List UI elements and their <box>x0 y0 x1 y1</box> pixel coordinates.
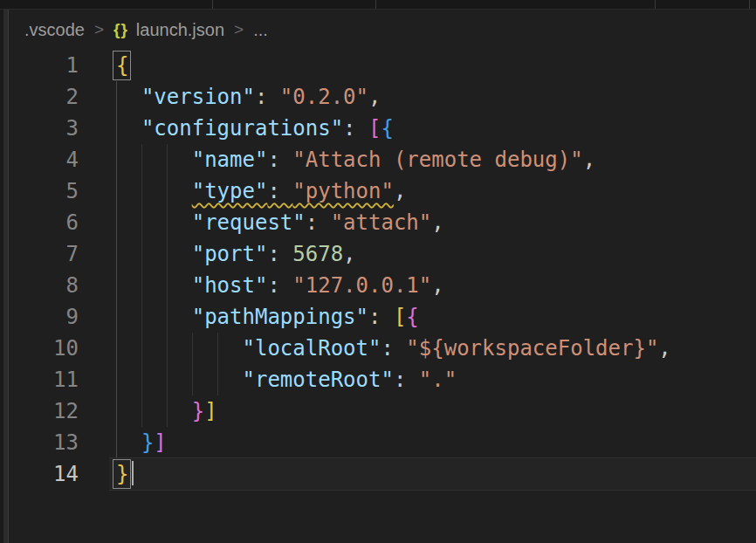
breadcrumb-symbol-path[interactable]: ... <box>253 20 268 40</box>
line-number[interactable]: 6 <box>9 207 79 238</box>
indent-guide <box>116 427 117 458</box>
code-line-content[interactable]: "remoteRoot": "." <box>109 364 756 395</box>
code-line-content[interactable]: "type": "python", <box>109 175 756 207</box>
code-line-content[interactable]: { <box>109 50 756 81</box>
token: : <box>267 148 292 172</box>
chevron-right-icon: > <box>234 20 244 39</box>
tab-separator <box>212 0 213 9</box>
token: { <box>381 116 393 141</box>
code-line[interactable]: 2 "version": "0.2.0", <box>9 81 756 113</box>
code-line-content[interactable]: }] <box>109 427 756 458</box>
code-line[interactable]: 7 "port": 5678, <box>9 238 756 270</box>
line-number[interactable]: 4 <box>9 144 79 175</box>
line-number[interactable]: 10 <box>9 333 79 364</box>
line-number[interactable]: 7 <box>9 238 79 270</box>
line-number[interactable]: 2 <box>9 81 79 113</box>
code-line[interactable]: 10 "localRoot": "${workspaceFolder}", <box>9 333 756 364</box>
indent-guide <box>116 81 117 113</box>
token: : <box>368 305 394 329</box>
indent-guide <box>167 175 168 207</box>
code-line-content[interactable]: "host": "127.0.0.1", <box>109 270 756 301</box>
code-line[interactable]: 11 "remoteRoot": "." <box>9 364 756 395</box>
token: : <box>394 368 419 392</box>
json-file-icon: {} <box>113 20 128 39</box>
token: "0.2.0" <box>280 85 368 109</box>
code-line-content[interactable]: "configurations": [{ <box>109 113 756 144</box>
token: [ <box>394 305 406 329</box>
code-line[interactable]: 1{ <box>9 50 756 81</box>
line-number[interactable]: 11 <box>9 364 79 395</box>
code-line[interactable]: 13 }] <box>9 427 756 458</box>
indent-guide <box>167 270 168 301</box>
token: "type" <box>192 179 268 203</box>
token: "python" <box>292 179 394 203</box>
token: } <box>192 399 204 423</box>
token: "Attach (remote debug)" <box>292 148 582 172</box>
token <box>116 399 192 423</box>
token <box>116 242 192 266</box>
code-line[interactable]: 4 "name": "Attach (remote debug)", <box>9 144 756 175</box>
token <box>116 179 192 203</box>
line-number[interactable]: 3 <box>9 113 79 144</box>
token: , <box>368 85 381 109</box>
code-line[interactable]: 14} <box>9 458 756 490</box>
token: ] <box>204 399 216 423</box>
line-number[interactable]: 13 <box>9 427 79 458</box>
line-number[interactable]: 12 <box>9 395 79 427</box>
indent-guide <box>167 333 168 364</box>
indent-guide <box>167 301 168 333</box>
token: "127.0.0.1" <box>292 273 431 298</box>
warning-squiggle-span: "type": "python" <box>192 179 394 203</box>
breadcrumb: .vscode > {} launch.json > ... <box>0 10 756 50</box>
token <box>116 305 192 329</box>
code-line-content[interactable]: } <box>109 458 756 490</box>
code-line[interactable]: 5 "type": "python", <box>9 175 756 207</box>
tab-bar-edge <box>0 0 756 10</box>
token <box>116 430 141 455</box>
indent-guide <box>116 144 117 175</box>
indent-guide <box>116 364 117 395</box>
token: "version" <box>141 85 255 109</box>
code-line[interactable]: 8 "host": "127.0.0.1", <box>9 270 756 301</box>
indent-guide <box>141 301 142 333</box>
matched-bracket: } <box>116 458 128 490</box>
token: , <box>583 148 595 172</box>
token: , <box>431 210 443 235</box>
token: "name" <box>192 148 268 172</box>
token: , <box>343 242 355 266</box>
line-number[interactable]: 14 <box>9 458 79 490</box>
indent-guide <box>141 238 142 270</box>
token: : <box>255 85 280 109</box>
code-editor[interactable]: 1{2 "version": "0.2.0",3 "configurations… <box>9 50 756 490</box>
breadcrumb-folder-vscode[interactable]: .vscode <box>24 20 85 40</box>
code-line[interactable]: 9 "pathMappings": [{ <box>9 301 756 333</box>
line-number[interactable]: 5 <box>9 175 79 207</box>
code-line[interactable]: 3 "configurations": [{ <box>9 113 756 144</box>
indent-guide <box>116 113 117 144</box>
code-line[interactable]: 6 "request": "attach", <box>9 207 756 238</box>
breadcrumb-file-launch-json[interactable]: launch.json <box>136 20 224 40</box>
vscode-editor-window: .vscode > {} launch.json > ... 1{2 "vers… <box>0 0 756 543</box>
indent-guide <box>192 364 193 395</box>
line-number[interactable]: 9 <box>9 301 79 333</box>
code-line-content[interactable]: "version": "0.2.0", <box>109 81 756 113</box>
line-number[interactable]: 1 <box>9 50 79 81</box>
code-line-content[interactable]: }] <box>109 395 756 427</box>
token: , <box>431 273 443 298</box>
code-line[interactable]: 12 }] <box>9 395 756 427</box>
line-number[interactable]: 8 <box>9 270 79 301</box>
code-line-content[interactable]: "pathMappings": [{ <box>109 301 756 333</box>
code-line-content[interactable]: "request": "attach", <box>109 207 756 238</box>
tab-separator <box>655 0 656 9</box>
indent-guide <box>167 207 168 238</box>
token: "pathMappings" <box>192 305 368 329</box>
indent-guide <box>141 364 142 395</box>
code-line-content[interactable]: "port": 5678, <box>109 238 756 270</box>
indent-guide <box>141 333 142 364</box>
token: : <box>267 179 292 203</box>
code-line-content[interactable]: "localRoot": "${workspaceFolder}", <box>109 333 756 364</box>
token: "port" <box>192 242 268 266</box>
code-line-content[interactable]: "name": "Attach (remote debug)", <box>109 144 756 175</box>
text-cursor <box>132 461 134 485</box>
indent-guide <box>141 270 142 301</box>
